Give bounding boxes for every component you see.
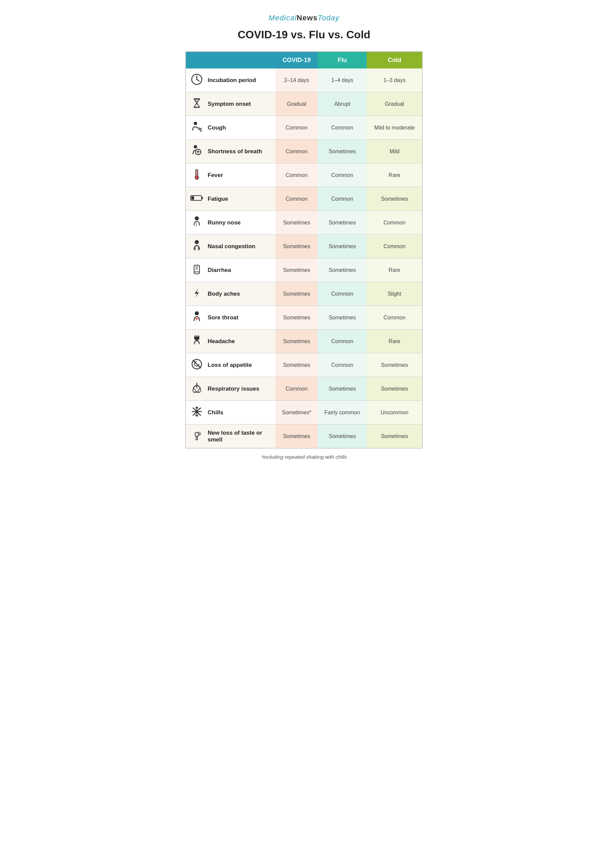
table-row: Loss of appetiteSometimesCommonSometimes <box>186 353 422 377</box>
bolt-icon <box>190 287 204 301</box>
svg-rect-17 <box>194 265 199 272</box>
symptom-label: Loss of appetite <box>208 362 252 369</box>
cold-value: Mild <box>367 140 422 163</box>
cold-value: 1–3 days <box>367 68 422 92</box>
nasal-icon <box>190 239 204 253</box>
symptom-label: Fever <box>208 172 223 179</box>
shortness-icon <box>190 144 204 158</box>
headache-icon <box>190 334 204 348</box>
table-row: Body achesSometimesCommonSlight <box>186 282 422 306</box>
cold-value: Sometimes <box>367 377 422 401</box>
cold-value: Common <box>367 306 422 330</box>
symptom-cell-td: Cough <box>186 116 275 140</box>
cold-value: Uncommon <box>367 401 422 425</box>
appetite-icon <box>190 358 204 372</box>
covid-value: Sometimes <box>275 211 317 235</box>
symptom-cell-td: Respiratory issues <box>186 377 275 401</box>
covid-value: Common <box>275 163 317 187</box>
flu-value: Common <box>317 116 367 140</box>
symptom-cell-td: New loss of taste or smell <box>186 425 275 449</box>
flu-value: Common <box>317 330 367 353</box>
covid-value: Sometimes <box>275 282 317 306</box>
table-row: Shortness of breathCommonSometimesMild <box>186 140 422 163</box>
cold-value: Sometimes <box>367 353 422 377</box>
symptom-cell-td: Loss of appetite <box>186 353 275 377</box>
cold-value: Rare <box>367 330 422 353</box>
symptom-label: Body aches <box>208 291 240 298</box>
table-row: Incubation period2–14 days1–4 days1–3 da… <box>186 68 422 92</box>
flu-value: Sometimes <box>317 306 367 330</box>
table-row: ChillsSometimes*Fairly commonUncommon <box>186 401 422 425</box>
header-flu: Flu <box>317 51 367 68</box>
comparison-table: COVID-19 Flu Cold Incubation period2–14 … <box>185 51 423 449</box>
sorethroat-icon <box>190 311 204 324</box>
covid-value: 2–14 days <box>275 68 317 92</box>
covid-value: Common <box>275 140 317 163</box>
footnote: *including repeated shaking with chills <box>185 454 423 460</box>
clock-icon <box>190 73 204 87</box>
svg-point-19 <box>196 319 197 320</box>
runny-icon <box>190 215 204 229</box>
table-row: FatigueCommonCommonSometimes <box>186 187 422 211</box>
svg-point-18 <box>195 311 199 315</box>
symptom-label: Symptom onset <box>208 101 251 107</box>
symptom-cell-td: Fatigue <box>186 187 275 211</box>
flu-value: Common <box>317 282 367 306</box>
table-row: New loss of taste or smellSometimesSomet… <box>186 425 422 449</box>
battery-icon <box>190 192 204 206</box>
table-row: CoughCommonCommonMild to moderate <box>186 116 422 140</box>
symptom-label: Sore throat <box>208 314 238 321</box>
flu-value: Fairly common <box>317 401 367 425</box>
symptom-cell-td: Incubation period <box>186 68 275 92</box>
header-cold: Cold <box>367 51 422 68</box>
symptom-cell-td: Nasal congestion <box>186 235 275 258</box>
symptom-cell-td: Fever <box>186 163 275 187</box>
covid-value: Common <box>275 377 317 401</box>
cold-value: Gradual <box>367 92 422 116</box>
symptom-label: Fatigue <box>208 195 228 202</box>
symptom-label: Respiratory issues <box>208 386 259 392</box>
cold-value: Mild to moderate <box>367 116 422 140</box>
flu-value: Sometimes <box>317 235 367 258</box>
svg-point-33 <box>196 411 198 412</box>
cold-value: Common <box>367 211 422 235</box>
symptom-label: Headache <box>208 338 235 345</box>
symptom-label: Incubation period <box>208 77 256 84</box>
table-row: Respiratory issuesCommonSometimesSometim… <box>186 377 422 401</box>
flu-value: Common <box>317 187 367 211</box>
svg-point-23 <box>193 389 196 392</box>
symptom-cell-td: Shortness of breath <box>186 140 275 163</box>
covid-value: Sometimes* <box>275 401 317 425</box>
covid-value: Sometimes <box>275 258 317 282</box>
flu-value: Sometimes <box>317 140 367 163</box>
covid-value: Common <box>275 116 317 140</box>
header-covid: COVID-19 <box>275 51 317 68</box>
svg-point-11 <box>195 176 199 179</box>
svg-point-16 <box>195 240 199 244</box>
symptom-cell-td: Body aches <box>186 282 275 306</box>
flu-value: Sometimes <box>317 425 367 449</box>
snowflake-icon <box>190 406 204 419</box>
svg-line-2 <box>197 79 199 81</box>
svg-point-6 <box>194 145 197 149</box>
symptom-label: Diarrhea <box>208 267 231 274</box>
cold-value: Sometimes <box>367 187 422 211</box>
covid-value: Common <box>275 187 317 211</box>
page-title: COVID-19 vs. Flu vs. Cold <box>185 28 423 41</box>
symptom-label: Runny nose <box>208 219 241 226</box>
thermometer-icon <box>190 168 204 182</box>
covid-value: Sometimes <box>275 425 317 449</box>
flu-value: 1–4 days <box>317 68 367 92</box>
cold-value: Sometimes <box>367 425 422 449</box>
covid-value: Sometimes <box>275 235 317 258</box>
flu-value: Sometimes <box>317 258 367 282</box>
table-row: HeadacheSometimesCommonRare <box>186 330 422 353</box>
brand-text: MedicalNewsToday <box>269 14 339 22</box>
covid-value: Gradual <box>275 92 317 116</box>
covid-value: Sometimes <box>275 306 317 330</box>
svg-point-24 <box>198 389 201 392</box>
symptom-label: Cough <box>208 124 226 131</box>
cold-value: Rare <box>367 163 422 187</box>
flu-value: Common <box>317 353 367 377</box>
symptom-cell-td: Chills <box>186 401 275 425</box>
